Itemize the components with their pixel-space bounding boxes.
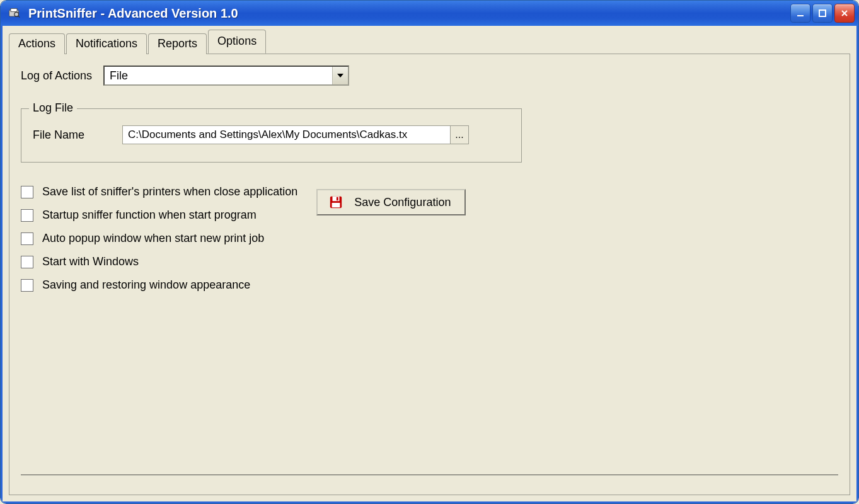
tab-label: Actions: [18, 37, 55, 50]
file-name-input[interactable]: C:\Documents and Settings\Alex\My Docume…: [122, 125, 469, 144]
svg-rect-5: [819, 10, 826, 16]
checkbox-save-printers[interactable]: Save list of sniffer's printers when clo…: [21, 185, 297, 198]
window-controls: [790, 4, 855, 23]
close-button[interactable]: [834, 4, 855, 23]
checkbox-label: Startup sniffer function when start prog…: [42, 209, 257, 222]
svg-rect-4: [797, 15, 804, 16]
titlebar[interactable]: PrintSniffer - Advanced Version 1.0: [1, 1, 858, 26]
log-of-actions-row: Log of Actions File: [21, 66, 838, 86]
checkbox-label: Auto popup window when start new print j…: [42, 232, 264, 245]
svg-rect-12: [332, 203, 340, 207]
svg-rect-11: [337, 197, 338, 201]
tab-actions[interactable]: Actions: [9, 33, 65, 54]
svg-rect-10: [333, 197, 340, 201]
chevron-down-icon: [332, 67, 348, 84]
disk-icon: [329, 195, 343, 209]
maximize-button[interactable]: [812, 4, 833, 23]
tab-label: Reports: [158, 37, 197, 50]
save-configuration-button[interactable]: Save Configuration: [316, 189, 466, 215]
client-area: Actions Notifications Reports Options Lo…: [1, 26, 858, 503]
checkbox-icon: [21, 186, 33, 198]
options-panel: Log of Actions File Log File File Name C…: [9, 54, 850, 495]
app-window: PrintSniffer - Advanced Version 1.0 Acti…: [0, 0, 859, 504]
tab-notifications[interactable]: Notifications: [66, 33, 147, 54]
checkbox-icon: [21, 209, 33, 222]
svg-rect-1: [11, 9, 17, 12]
svg-marker-8: [337, 74, 343, 77]
checkbox-auto-popup[interactable]: Auto popup window when start new print j…: [21, 232, 297, 245]
checkbox-label: Save list of sniffer's printers when clo…: [42, 185, 297, 198]
app-icon: [7, 6, 21, 20]
tab-label: Options: [217, 35, 257, 48]
browse-button[interactable]: ...: [450, 126, 468, 144]
tab-bar: Actions Notifications Reports Options: [9, 32, 850, 54]
combo-value: File: [110, 69, 332, 83]
log-file-group: Log File File Name C:\Documents and Sett…: [21, 108, 522, 163]
svg-line-3: [18, 16, 20, 17]
file-name-label: File Name: [33, 129, 84, 142]
checkbox-icon: [21, 232, 33, 245]
tab-options[interactable]: Options: [208, 30, 266, 54]
group-legend: Log File: [29, 101, 77, 115]
checkbox-startup-sniffer[interactable]: Startup sniffer function when start prog…: [21, 209, 297, 222]
file-path-text: C:\Documents and Settings\Alex\My Docume…: [123, 129, 450, 141]
checkbox-label: Saving and restoring window appearance: [42, 278, 250, 292]
minimize-button[interactable]: [790, 4, 810, 23]
tab-reports[interactable]: Reports: [148, 33, 207, 54]
status-bar: [21, 474, 838, 490]
checkbox-list: Save list of sniffer's printers when clo…: [21, 185, 297, 292]
log-of-actions-combo[interactable]: File: [103, 66, 349, 86]
checkbox-start-with-windows[interactable]: Start with Windows: [21, 255, 297, 268]
lower-area: Save list of sniffer's printers when clo…: [21, 185, 838, 292]
button-label: Save Configuration: [354, 196, 451, 209]
tab-label: Notifications: [76, 37, 137, 50]
checkbox-icon: [21, 279, 33, 292]
checkbox-icon: [21, 256, 33, 268]
checkbox-save-window-appearance[interactable]: Saving and restoring window appearance: [21, 278, 297, 292]
log-of-actions-label: Log of Actions: [21, 69, 92, 83]
window-title: PrintSniffer - Advanced Version 1.0: [28, 6, 790, 21]
checkbox-label: Start with Windows: [42, 255, 139, 268]
